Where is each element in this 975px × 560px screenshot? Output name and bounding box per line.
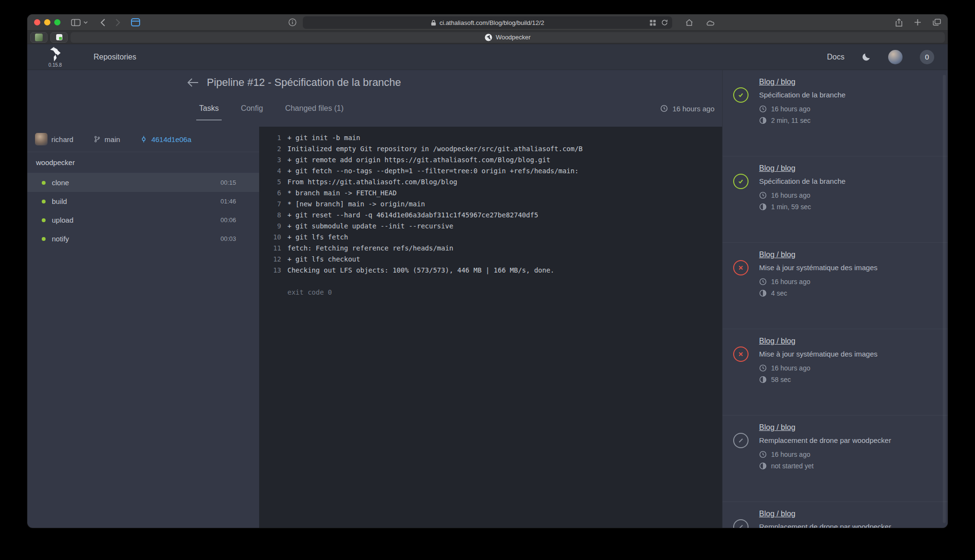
author-item: richard xyxy=(35,133,73,145)
step-name: clone xyxy=(52,179,69,187)
clock-icon xyxy=(759,451,767,458)
sidebar-chevron-icon[interactable] xyxy=(83,21,88,24)
log-line: 12+ git lfs checkout xyxy=(259,254,722,265)
pipeline-list-item[interactable]: Blog / blog Spécification de la branche … xyxy=(723,156,948,243)
repo-link[interactable]: Blog / blog xyxy=(759,164,796,173)
repo-link[interactable]: Blog / blog xyxy=(759,337,796,346)
tab-overview-icon[interactable] xyxy=(933,19,941,26)
pinned-tab-2[interactable] xyxy=(50,32,68,43)
commit-message: Mise à jour systématique des images xyxy=(759,350,878,358)
step-name: upload xyxy=(52,216,73,224)
cloud-icon[interactable] xyxy=(705,19,715,26)
pipeline-finished-time: 16 hours ago xyxy=(660,105,714,113)
workflow-name: woodpecker xyxy=(27,152,259,173)
duration-icon xyxy=(759,376,767,383)
dark-mode-moon-icon[interactable] xyxy=(862,52,871,61)
browser-toolbar: ci.athaliasoft.com/Blog/blog/build/12/2 xyxy=(27,14,948,31)
back-arrow-icon[interactable] xyxy=(187,77,199,88)
brand[interactable]: 0.15.8 xyxy=(48,46,62,68)
share-icon[interactable] xyxy=(895,18,903,27)
tab-tasks[interactable]: Tasks xyxy=(196,96,222,120)
log-line: 5From https://git.athaliasoft.com/Blog/b… xyxy=(259,177,722,188)
clock-icon xyxy=(759,191,767,199)
step-name: notify xyxy=(52,235,69,243)
commit-message: Spécification de la branche xyxy=(759,91,845,99)
failure-status-icon xyxy=(733,260,749,275)
queue-counter-badge[interactable]: 0 xyxy=(920,50,934,64)
reload-icon[interactable] xyxy=(661,19,668,26)
app-navbar: 0.15.8 Repositories Docs 0 xyxy=(27,44,948,70)
duration-icon xyxy=(759,289,767,297)
pinned-tab-2-favicon xyxy=(56,34,62,40)
forward-button[interactable] xyxy=(115,18,120,27)
pipeline-list-item[interactable]: Blog / blog Mise à jour systématique des… xyxy=(723,329,948,416)
back-button[interactable] xyxy=(100,18,106,27)
blue-tab-icon[interactable] xyxy=(131,18,140,26)
commit-icon xyxy=(140,135,147,143)
commit-item: 4614d1e06a xyxy=(140,135,191,143)
commit-message: Spécification de la branche xyxy=(759,177,845,185)
tab-strip: Woodpecker xyxy=(27,31,948,44)
skipped-status-icon xyxy=(733,433,749,448)
active-tab-title: Woodpecker xyxy=(496,34,531,41)
clock-icon xyxy=(759,364,767,372)
log-line: 1+ git init -b main xyxy=(259,132,722,143)
log-line: 8+ git reset --hard -q 4614d1e06a3dabf31… xyxy=(259,210,722,221)
duration-icon xyxy=(759,203,767,211)
user-avatar[interactable] xyxy=(888,50,903,64)
sidebar-toggle-icon[interactable] xyxy=(71,19,81,26)
nav-docs-link[interactable]: Docs xyxy=(827,53,844,61)
pipeline-list-item[interactable]: Blog / blog Remplacement de drone par wo… xyxy=(723,502,948,528)
branch-name: main xyxy=(105,135,120,143)
step-status-dot xyxy=(42,218,46,222)
pipeline-list-item[interactable]: Blog / blog Remplacement de drone par wo… xyxy=(723,416,948,502)
branch-icon xyxy=(94,135,101,143)
steps-panel: richard main 4614d1e06a xyxy=(27,127,259,528)
log-line: 9+ git submodule update --init --recursi… xyxy=(259,221,722,232)
repo-link[interactable]: Blog / blog xyxy=(759,78,796,86)
step-row-build[interactable]: build 01:46 xyxy=(27,192,259,211)
clock-icon xyxy=(660,105,668,112)
author-name: richard xyxy=(51,135,73,143)
repo-link[interactable]: Blog / blog xyxy=(759,250,796,259)
minimize-window-button[interactable] xyxy=(44,19,50,25)
tab-config[interactable]: Config xyxy=(238,96,266,120)
page-content: Pipeline #12 - Spécification de la branc… xyxy=(27,70,948,528)
pinned-tab-1[interactable] xyxy=(30,32,48,43)
new-tab-icon[interactable] xyxy=(914,19,921,26)
home-icon[interactable] xyxy=(685,19,693,26)
repo-link[interactable]: Blog / blog xyxy=(759,423,796,432)
pinned-tab-1-favicon xyxy=(35,34,43,41)
success-status-icon xyxy=(733,87,749,103)
success-status-icon xyxy=(733,174,749,189)
site-badge-icon[interactable] xyxy=(650,20,656,26)
nav-repositories-link[interactable]: Repositories xyxy=(94,53,136,61)
step-status-dot xyxy=(42,237,46,241)
step-name: build xyxy=(52,197,67,205)
tab-changed-files[interactable]: Changed files (1) xyxy=(282,96,346,120)
woodpecker-logo xyxy=(48,46,62,62)
repo-link[interactable]: Blog / blog xyxy=(759,510,796,518)
step-row-clone[interactable]: clone 00:15 xyxy=(27,173,259,192)
build-meta-row: richard main 4614d1e06a xyxy=(27,127,259,152)
page-info-icon[interactable] xyxy=(288,18,297,26)
pipeline-tabs: Tasks Config Changed files (1) 16 hours … xyxy=(27,95,722,122)
commit-hash-link[interactable]: 4614d1e06a xyxy=(151,135,191,143)
step-row-upload[interactable]: upload 00:06 xyxy=(27,211,259,229)
exit-code-text: exit code 0 xyxy=(259,287,722,298)
pipelines-sidebar: Blog / blog Spécification de la branche … xyxy=(722,70,948,528)
pipeline-list-item[interactable]: Blog / blog Spécification de la branche … xyxy=(723,70,948,156)
step-row-notify[interactable]: notify 00:03 xyxy=(27,229,259,248)
step-duration: 00:15 xyxy=(220,179,236,186)
branch-item: main xyxy=(94,135,120,143)
app-version: 0.15.8 xyxy=(48,63,62,68)
close-window-button[interactable] xyxy=(34,19,40,25)
pipeline-list-item[interactable]: Blog / blog Mise à jour systématique des… xyxy=(723,243,948,329)
log-line: 7* [new branch] main -> origin/main xyxy=(259,199,722,210)
address-bar[interactable]: ci.athaliasoft.com/Blog/blog/build/12/2 xyxy=(303,16,672,29)
browser-window: ci.athaliasoft.com/Blog/blog/build/12/2 xyxy=(27,14,948,528)
log-line: 6* branch main -> FETCH_HEAD xyxy=(259,188,722,199)
active-tab[interactable]: Woodpecker xyxy=(71,32,945,43)
clock-icon xyxy=(759,278,767,286)
zoom-window-button[interactable] xyxy=(54,19,60,25)
